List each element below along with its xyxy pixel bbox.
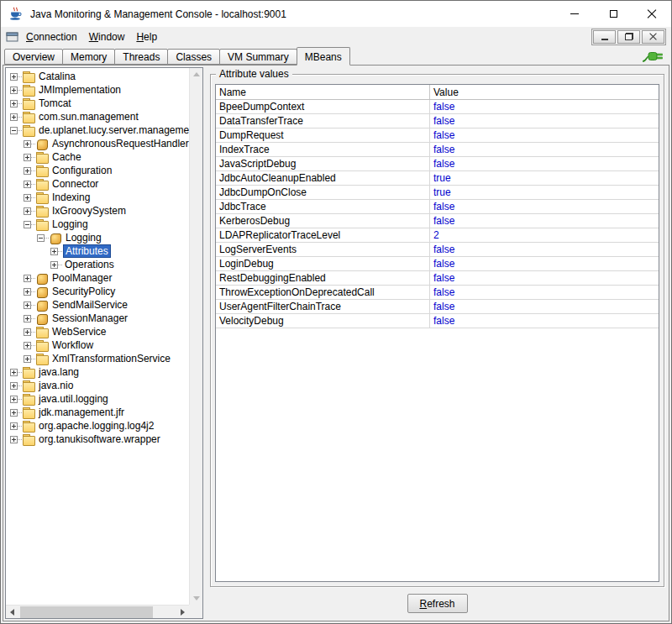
tree-item-xmltransformationservice[interactable]: XmlTransformationService	[6, 352, 189, 365]
attribute-row-kerberosdebug[interactable]: KerberosDebugfalse	[216, 214, 659, 228]
expand-toggle-icon[interactable]	[10, 100, 18, 107]
attribute-row-datatransfertrace[interactable]: DataTransferTracefalse	[216, 114, 659, 128]
expand-toggle-icon[interactable]	[10, 382, 18, 390]
tree-item-poolmanager[interactable]: PoolManager	[6, 271, 189, 285]
expand-toggle-icon[interactable]	[24, 328, 31, 336]
expand-toggle-icon[interactable]	[10, 409, 18, 417]
tree-item-connector[interactable]: Connector	[6, 177, 189, 191]
expand-toggle-icon[interactable]	[10, 422, 18, 430]
expand-toggle-icon[interactable]	[10, 369, 18, 376]
menu-window[interactable]: Window	[84, 29, 130, 45]
tree-item-org-tanukisoftware-wrapper[interactable]: org.tanukisoftware.wrapper	[6, 433, 189, 446]
tree-vertical-scrollbar[interactable]	[189, 68, 202, 605]
expand-toggle-icon[interactable]	[24, 302, 31, 309]
expand-toggle-icon[interactable]	[24, 140, 31, 148]
tree-item-configuration[interactable]: Configuration	[6, 164, 189, 177]
expand-toggle-icon[interactable]	[24, 194, 31, 202]
attribute-row-throwexceptionondeprecatedcall[interactable]: ThrowExceptionOnDeprecatedCallfalse	[216, 286, 659, 300]
attribute-row-logindebug[interactable]: LoginDebugfalse	[216, 257, 659, 271]
tab-mbeans[interactable]: MBeans	[297, 47, 350, 66]
scroll-up-arrow[interactable]	[190, 68, 203, 81]
internal-frame-close-button[interactable]	[642, 30, 664, 44]
collapse-toggle-icon[interactable]	[24, 221, 31, 228]
attribute-row-restdebuggingenabled[interactable]: RestDebuggingEnabledfalse	[216, 271, 659, 286]
minimize-button[interactable]	[555, 1, 594, 27]
expand-toggle-icon[interactable]	[24, 167, 31, 175]
scroll-left-arrow[interactable]	[6, 606, 19, 619]
attribute-row-dumprequest[interactable]: DumpRequestfalse	[216, 128, 659, 143]
expand-toggle-icon[interactable]	[24, 154, 31, 161]
attribute-value: false	[430, 128, 659, 143]
tree-item-workflow[interactable]: Workflow	[6, 338, 189, 352]
collapse-toggle-icon[interactable]	[10, 127, 18, 134]
tree-item-logging[interactable]: Logging	[6, 218, 189, 231]
tree-item-webservice[interactable]: WebService	[6, 325, 189, 338]
attribute-row-indextrace[interactable]: IndexTracefalse	[216, 143, 659, 157]
tree-item-org-apache-logging-log4j2[interactable]: org.apache.logging.log4j2	[6, 419, 189, 433]
scroll-right-arrow[interactable]	[176, 606, 189, 619]
close-button[interactable]	[633, 1, 671, 27]
tab-vm-summary[interactable]: VM Summary	[219, 49, 297, 65]
tree-item-java-lang[interactable]: java.lang	[6, 365, 189, 379]
expand-toggle-icon[interactable]	[50, 261, 58, 269]
expand-toggle-icon[interactable]	[24, 288, 31, 296]
tree-item-logging[interactable]: Logging	[6, 231, 189, 244]
tree-item-sendmailservice[interactable]: SendMailService	[6, 298, 189, 312]
scroll-down-arrow[interactable]	[190, 591, 203, 605]
tab-memory[interactable]: Memory	[62, 49, 115, 65]
expand-toggle-icon[interactable]	[10, 87, 18, 94]
tree-item-cache[interactable]: Cache	[6, 150, 189, 164]
expand-toggle-icon[interactable]	[10, 73, 18, 81]
expand-toggle-icon[interactable]	[10, 113, 18, 121]
tree-item-jmimplementation[interactable]: JMImplementation	[6, 83, 189, 97]
refresh-button[interactable]: Refresh	[407, 594, 468, 613]
tab-overview[interactable]: Overview	[4, 49, 63, 65]
folder-icon	[35, 206, 50, 217]
tree-item-java-util-logging[interactable]: java.util.logging	[6, 392, 189, 406]
menu-help[interactable]: Help	[131, 29, 162, 45]
expand-toggle-icon[interactable]	[50, 248, 58, 255]
tree-item-asynchronousrequesthandlerservice[interactable]: AsynchronousRequestHandlerService	[6, 137, 189, 150]
tab-strip: OverviewMemoryThreadsClassesVM SummaryMB…	[4, 46, 349, 65]
attribute-row-useragentfilterchaintrace[interactable]: UserAgentFilterChainTracefalse	[216, 300, 659, 314]
expand-toggle-icon[interactable]	[24, 355, 31, 363]
maximize-button[interactable]	[594, 1, 633, 27]
tree-item-java-nio[interactable]: java.nio	[6, 379, 189, 392]
tree-item-com-sun-management[interactable]: com.sun.management	[6, 110, 189, 123]
tree-item-securitypolicy[interactable]: SecurityPolicy	[6, 285, 189, 298]
expand-toggle-icon[interactable]	[24, 181, 31, 188]
attribute-row-ldapreplicatortracelevel[interactable]: LDAPReplicatorTraceLevel2	[216, 228, 659, 243]
expand-toggle-icon[interactable]	[24, 275, 31, 282]
tab-classes[interactable]: Classes	[167, 49, 220, 65]
column-header-name[interactable]: Name	[216, 85, 430, 99]
internal-frame-restore-button[interactable]	[617, 30, 640, 44]
attribute-row-logserverevents[interactable]: LogServerEventsfalse	[216, 243, 659, 257]
tree-item-operations[interactable]: Operations	[6, 258, 189, 271]
attribute-row-jdbcdumponclose[interactable]: JdbcDumpOnClosetrue	[216, 186, 659, 200]
tree-item-jdk-management-jfr[interactable]: jdk.management.jfr	[6, 406, 189, 419]
column-header-value[interactable]: Value	[430, 85, 659, 99]
expand-toggle-icon[interactable]	[10, 436, 18, 443]
expand-toggle-icon[interactable]	[24, 342, 31, 349]
horizontal-scroll-thumb[interactable]	[20, 606, 153, 618]
attribute-row-jdbcautocleanupenabled[interactable]: JdbcAutoCleanupEnabledtrue	[216, 171, 659, 186]
collapse-toggle-icon[interactable]	[37, 234, 45, 242]
expand-toggle-icon[interactable]	[24, 315, 31, 322]
tree-item-sessionmanager[interactable]: SessionManager	[6, 312, 189, 325]
expand-toggle-icon[interactable]	[24, 207, 31, 215]
attribute-row-javascriptdebug[interactable]: JavaScriptDebugfalse	[216, 157, 659, 171]
tree-item-catalina[interactable]: Catalina	[6, 70, 189, 83]
tab-threads[interactable]: Threads	[114, 49, 168, 65]
expand-toggle-icon[interactable]	[10, 396, 18, 403]
attribute-row-velocitydebug[interactable]: VelocityDebugfalse	[216, 314, 659, 328]
internal-frame-minimize-button[interactable]	[593, 30, 616, 44]
tree-horizontal-scrollbar[interactable]	[6, 605, 189, 618]
tree-item-tomcat[interactable]: Tomcat	[6, 97, 189, 110]
attribute-row-bpeedumpcontext[interactable]: BpeeDumpContextfalse	[216, 100, 659, 114]
tree-item-attributes[interactable]: Attributes	[6, 244, 189, 258]
tree-item-ixgroovysystem[interactable]: IxGroovySystem	[6, 204, 189, 218]
menu-connection[interactable]: Connection	[21, 29, 82, 45]
tree-item-de-uplanet-lucy-server-management[interactable]: de.uplanet.lucy.server.management	[6, 123, 189, 137]
attribute-row-jdbctrace[interactable]: JdbcTracefalse	[216, 200, 659, 214]
tree-item-indexing[interactable]: Indexing	[6, 191, 189, 204]
